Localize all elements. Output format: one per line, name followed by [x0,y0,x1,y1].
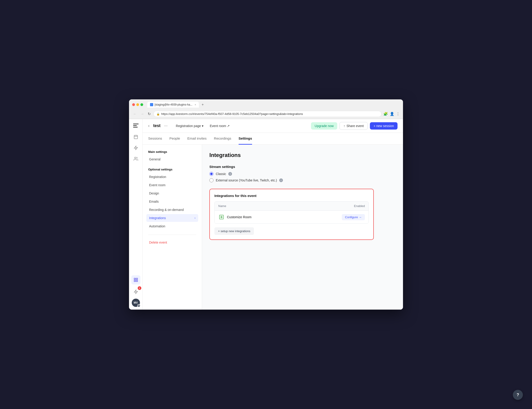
settings-main-panel: Integrations Stream settings Classic i E… [202,145,403,310]
tabs-navigation: Sessions People Email invites Recordings… [143,133,403,145]
gear-icon: ⚙ [138,305,140,307]
integration-action-cell: Configure → [337,214,365,220]
event-room-button[interactable]: Event room ↗ [207,123,233,129]
settings-nav-integrations[interactable]: Integrations › [146,214,198,222]
new-session-button[interactable]: + new session [370,122,397,130]
svg-rect-9 [134,280,135,282]
sidebar-item-grid[interactable] [131,275,140,284]
settings-optional-group: Optional settings Registration Event roo… [146,168,198,230]
sidebar-item-calendar[interactable] [131,132,140,141]
svg-point-5 [135,157,136,159]
url-text: https://app.livestorm.co/#/events/754ef4… [161,112,303,116]
table-row: Customize Room Configure → [215,211,369,223]
close-button[interactable] [132,103,135,106]
tab-sessions[interactable]: Sessions [148,133,162,145]
svg-marker-10 [134,290,137,294]
settings-divider [148,235,196,235]
address-bar[interactable]: 🔒 https://app.livestorm.co/#/events/754e… [153,111,381,117]
registration-page-button[interactable]: Registration page ▾ [173,123,206,129]
sidebar-item-bolt[interactable] [131,143,140,152]
tab-close-button[interactable]: × [195,103,196,106]
classic-info-icon[interactable]: i [228,172,232,176]
external-source-info-icon[interactable]: i [279,178,283,182]
avatar-initials: MV [134,301,138,304]
browser-chrome: [staging@liv-4939-plugins-ha... × + ← → … [129,99,403,119]
sidebar-item-people[interactable] [131,154,140,163]
share-event-button[interactable]: ↑ Share event [340,122,368,130]
integration-name-text: Customize Room [227,215,251,219]
integrations-box: Integrations for this event Name Enabled [209,189,374,240]
forward-nav-button[interactable]: → [140,112,145,117]
setup-integrations-button[interactable]: + setup new integrations [214,227,254,235]
sidebar-item-notifications[interactable]: 1 [131,287,140,296]
svg-marker-4 [134,146,137,150]
settings-nav-event-room[interactable]: Event room [146,181,198,189]
classic-label: Classic [216,172,226,176]
svg-rect-7 [136,278,137,280]
reload-button[interactable]: ↻ [147,111,152,117]
app-logo[interactable] [132,122,140,129]
integrations-box-title: Integrations for this event [214,194,369,198]
external-link-icon: ↗ [227,124,230,128]
settings-nav-registration[interactable]: Registration [146,173,198,181]
tab-people[interactable]: People [169,133,180,145]
main-content: ‹ test ··· Registration page ▾ Event roo… [143,119,403,310]
logo-bar-2 [133,125,137,126]
settings-nav-recording[interactable]: Recording & on-demand [146,206,198,214]
app-header: ‹ test ··· Registration page ▾ Event roo… [143,119,403,133]
help-button[interactable]: ? [513,390,523,400]
external-source-radio-item[interactable]: External source (YouTube live, Twitch, e… [209,178,396,182]
maximize-button[interactable] [140,103,143,106]
lock-icon: 🔒 [156,112,160,116]
user-profile-icon[interactable]: 👤 [390,112,394,116]
classic-radio-item[interactable]: Classic i [209,172,396,176]
settings-nav-design[interactable]: Design [146,189,198,197]
configure-button[interactable]: Configure → [342,214,365,220]
event-title: test [153,123,161,128]
settings-nav-general[interactable]: General [146,155,198,163]
svg-rect-6 [134,278,135,280]
customize-room-icon [218,214,225,220]
delete-event-link[interactable]: Delete event [146,239,198,246]
column-header-name: Name [218,204,337,208]
tab-recordings[interactable]: Recordings [214,133,231,145]
browser-tab[interactable]: [staging@liv-4939-plugins-ha... × [147,102,199,108]
back-nav-button[interactable]: ← [132,112,138,117]
back-button[interactable]: ‹ [148,123,150,128]
settings-sidebar: Main settings General Optional settings … [143,145,202,310]
menu-icon[interactable]: ⋮ [396,112,400,116]
main-settings-title: Main settings [146,150,198,154]
tab-email-invites[interactable]: Email invites [188,133,207,145]
tab-settings[interactable]: Settings [239,133,252,145]
app-sidebar: 1 MV ⚙ [129,119,143,310]
integrations-table: Name Enabled [214,201,369,224]
logo-bar-1 [133,124,139,124]
classic-radio-input[interactable] [209,172,214,176]
chevron-down-icon: ▾ [202,124,203,128]
avatar-settings-badge: ⚙ [137,304,140,307]
more-options-button[interactable]: ··· [164,123,168,128]
stream-settings-label: Stream settings [209,165,396,169]
settings-nav-automation[interactable]: Automation [146,222,198,230]
user-avatar[interactable]: MV ⚙ [132,299,140,307]
traffic-lights [132,103,143,106]
svg-rect-0 [134,135,137,139]
svg-rect-8 [136,280,137,282]
settings-main-group: Main settings General [146,150,198,163]
extensions-icon[interactable]: 🧩 [383,112,388,116]
upgrade-button[interactable]: Upgrade now [311,122,337,130]
external-source-label: External source (YouTube live, Twitch, e… [216,178,277,182]
minimize-button[interactable] [136,103,139,106]
table-header: Name Enabled [215,202,369,211]
new-tab-button[interactable]: + [202,102,204,107]
page-title: Integrations [209,152,396,158]
stream-settings-radio-group: Classic i External source (YouTube live,… [209,172,396,182]
logo-bar-3 [133,127,138,128]
tab-title: [staging@liv-4939-plugins-ha... [154,103,192,106]
settings-nav-emails[interactable]: Emails [146,198,198,205]
notification-badge: 1 [138,286,141,290]
external-source-radio-input[interactable] [209,178,214,182]
chevron-right-icon: › [195,216,195,220]
tab-favicon [150,103,153,106]
browser-toolbar: ← → ↻ 🔒 https://app.livestorm.co/#/event… [132,110,400,119]
